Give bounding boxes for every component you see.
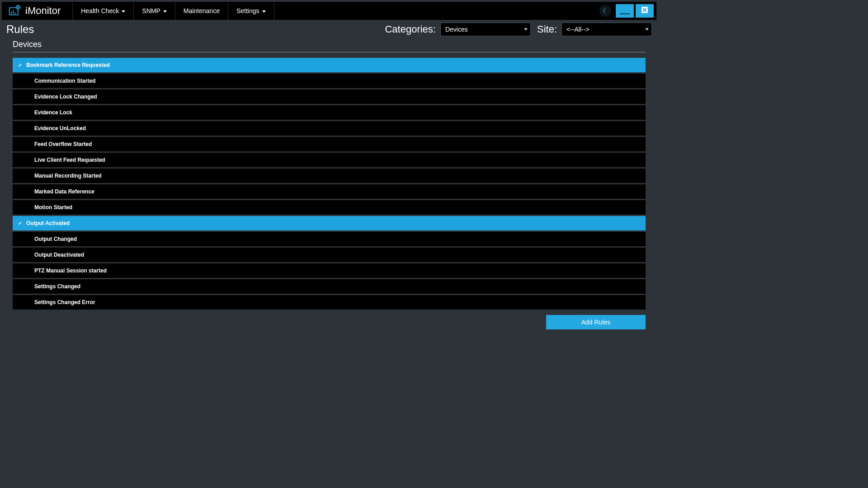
rule-label: Manual Recording Started xyxy=(34,173,102,179)
nav-item-label: SNMP xyxy=(142,7,160,14)
rule-label: Output Deactivated xyxy=(34,252,84,258)
nav-item-snmp[interactable]: SNMP xyxy=(133,2,175,20)
nav-items: Health CheckSNMPMaintenanceSettings xyxy=(72,2,274,20)
rule-label: Communication Started xyxy=(34,78,95,84)
rule-label: Live Client Feed Requested xyxy=(34,157,105,163)
rule-label: Marked Data Reference xyxy=(34,188,94,195)
app-title: iMonitor xyxy=(25,5,61,17)
rule-row[interactable]: ✓Output Deactivated xyxy=(13,248,646,262)
rule-row[interactable]: ✓Output Changed xyxy=(13,232,646,246)
chevron-down-icon xyxy=(645,28,649,31)
section-title: Devices xyxy=(13,40,646,52)
minimize-icon: __ xyxy=(620,4,630,14)
nav-item-maintenance[interactable]: Maintenance xyxy=(175,2,228,20)
rule-label: Evidence UnLocked xyxy=(34,125,86,131)
rule-row[interactable]: ✓Output Activated xyxy=(13,216,646,230)
rule-label: Motion Started xyxy=(34,204,72,211)
rule-row[interactable]: ✓Bookmark Reference Requested xyxy=(13,58,646,72)
rule-label: Output Activated xyxy=(26,220,70,226)
actions-bar: Add Rules xyxy=(0,310,658,329)
rule-label: Output Changed xyxy=(34,236,77,242)
nav-item-label: Settings xyxy=(236,7,259,14)
categories-label: Categories: xyxy=(385,23,436,35)
rule-row[interactable]: ✓Evidence Lock xyxy=(13,105,646,120)
rule-row[interactable]: ✓Manual Recording Started xyxy=(13,169,646,183)
site-select[interactable]: <--All--> xyxy=(561,23,652,36)
rule-row[interactable]: ✓Communication Started xyxy=(13,74,646,88)
nav-item-label: Maintenance xyxy=(184,7,220,14)
rule-label: Settings Changed Error xyxy=(34,299,95,305)
close-icon xyxy=(642,7,648,15)
check-icon: ✓ xyxy=(18,62,24,68)
app-logo-icon xyxy=(8,5,21,17)
caret-down-icon xyxy=(163,10,167,13)
rule-label: Settings Changed xyxy=(34,283,80,290)
moon-icon: ☾ xyxy=(603,7,609,14)
rule-row[interactable]: ✓Settings Changed Error xyxy=(13,295,646,310)
rules-section: Devices ✓Bookmark Reference Requested✓Co… xyxy=(0,38,658,310)
site-select-value: <--All--> xyxy=(566,26,590,33)
site-label: Site: xyxy=(537,23,557,35)
nav-item-label: Health Check xyxy=(81,7,119,14)
close-button[interactable] xyxy=(636,4,654,18)
add-rules-button[interactable]: Add Rules xyxy=(546,315,646,329)
minimize-button[interactable]: __ xyxy=(616,4,634,18)
theme-toggle[interactable]: ☾ xyxy=(599,5,611,17)
categories-select[interactable]: Devices xyxy=(440,23,531,36)
rule-label: Feed Overflow Started xyxy=(34,141,92,147)
caret-down-icon xyxy=(122,10,125,13)
rule-row[interactable]: ✓Evidence Lock Changed xyxy=(13,89,646,104)
rule-label: Evidence Lock xyxy=(34,109,72,116)
check-icon: ✓ xyxy=(18,221,24,226)
rule-row[interactable]: ✓PTZ Manual Session started xyxy=(13,263,646,278)
filter-bar: Rules Categories: Devices Site: <--All--… xyxy=(0,20,658,38)
rule-label: Evidence Lock Changed xyxy=(34,94,97,100)
rules-list: ✓Bookmark Reference Requested✓Communicat… xyxy=(13,58,646,310)
navbar: iMonitor Health CheckSNMPMaintenanceSett… xyxy=(0,0,658,20)
page-title: Rules xyxy=(6,23,34,36)
caret-down-icon xyxy=(262,10,266,13)
window-controls: __ xyxy=(616,4,654,18)
rule-row[interactable]: ✓Evidence UnLocked xyxy=(13,121,646,136)
rule-row[interactable]: ✓Settings Changed xyxy=(13,279,646,294)
rule-label: Bookmark Reference Requested xyxy=(26,62,110,68)
rule-row[interactable]: ✓Marked Data Reference xyxy=(13,184,646,199)
chevron-down-icon xyxy=(524,28,528,31)
categories-select-value: Devices xyxy=(445,26,468,33)
rule-row[interactable]: ✓Feed Overflow Started xyxy=(13,137,646,151)
svg-point-5 xyxy=(18,7,19,8)
rule-label: PTZ Manual Session started xyxy=(34,267,107,274)
nav-item-settings[interactable]: Settings xyxy=(228,2,274,20)
nav-item-health-check[interactable]: Health Check xyxy=(72,2,133,20)
rule-row[interactable]: ✓Motion Started xyxy=(13,200,646,215)
brand: iMonitor xyxy=(8,5,72,17)
rule-row[interactable]: ✓Live Client Feed Requested xyxy=(13,153,646,167)
